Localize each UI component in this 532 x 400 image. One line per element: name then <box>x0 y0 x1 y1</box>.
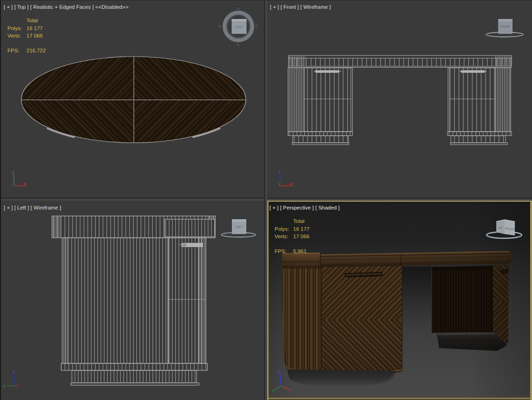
svg-text:E: E <box>255 24 258 29</box>
svg-text:17 066: 17 066 <box>293 234 309 239</box>
svg-text:N: N <box>237 6 239 11</box>
svg-text:TOP: TOP <box>235 25 243 29</box>
svg-text:y: y <box>12 170 14 175</box>
svg-text:[ + ] [ Perspective ] [ Shaded: [ + ] [ Perspective ] [ Shaded ] <box>269 205 340 210</box>
svg-text:UP: UP <box>498 226 502 229</box>
svg-text:FPS:: FPS: <box>275 248 287 254</box>
svg-text:16 177: 16 177 <box>293 226 309 232</box>
svg-text:z: z <box>278 368 281 374</box>
svg-text:5,961: 5,961 <box>293 248 307 254</box>
svg-text:z: z <box>13 369 15 374</box>
svg-text:Verts:: Verts: <box>275 234 288 239</box>
svg-text:z: z <box>11 182 13 187</box>
svg-text:Polys:: Polys: <box>275 226 289 232</box>
svg-text:Verts:: Verts: <box>7 33 21 38</box>
svg-text:y: y <box>3 383 5 388</box>
svg-text:Total: Total <box>26 18 38 23</box>
svg-text:FRONT: FRONT <box>500 25 510 28</box>
svg-text:Polys:: Polys: <box>7 25 22 31</box>
svg-text:FPS:: FPS: <box>7 48 19 53</box>
svg-text:W: W <box>218 24 222 29</box>
svg-text:17 066: 17 066 <box>26 33 43 38</box>
svg-text:[ + ] [ Top ] [ Realistic + Ed: [ + ] [ Top ] [ Realistic + Edged Faces … <box>4 4 128 10</box>
svg-text:Total: Total <box>293 218 304 224</box>
svg-text:S: S <box>237 42 239 47</box>
svg-text:[ + ] [ Left ] [ Wireframe ]: [ + ] [ Left ] [ Wireframe ] <box>4 205 61 210</box>
svg-text:z: z <box>278 170 281 175</box>
svg-text:[ + ] [ Front ] [ Wireframe ]: [ + ] [ Front ] [ Wireframe ] <box>270 4 331 10</box>
svg-text:16 177: 16 177 <box>26 25 43 31</box>
svg-text:216,722: 216,722 <box>26 48 46 53</box>
svg-text:LEFT: LEFT <box>236 225 243 229</box>
